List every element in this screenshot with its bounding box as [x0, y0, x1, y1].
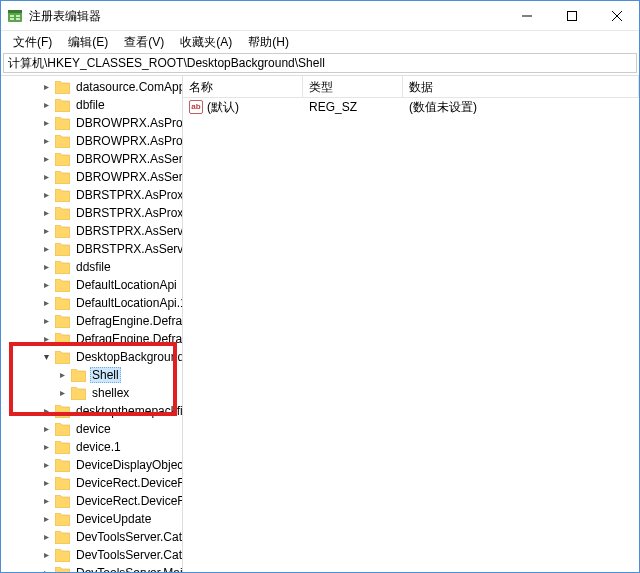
expand-icon[interactable]: ▸: [41, 208, 52, 219]
expand-icon[interactable]: ▸: [41, 460, 52, 471]
tree-item[interactable]: ▸DBROWPRX.AsServer: [1, 150, 183, 168]
titlebar: 注册表编辑器: [1, 1, 639, 31]
expand-icon[interactable]: ▸: [41, 550, 52, 561]
expand-icon[interactable]: ▸: [41, 532, 52, 543]
folder-icon: [55, 333, 70, 346]
folder-icon: [55, 243, 70, 256]
col-name[interactable]: 名称: [183, 76, 303, 97]
tree-item-label: DBRSTPRX.AsProxy.1: [74, 206, 183, 220]
expand-icon[interactable]: ▸: [41, 316, 52, 327]
tree-item[interactable]: ▸desktopthemepackfil: [1, 402, 183, 420]
expand-icon[interactable]: ▸: [41, 334, 52, 345]
tree-item[interactable]: ▸DBROWPRX.AsProxy.: [1, 132, 183, 150]
tree-item-label: DevToolsServer.Categ: [74, 530, 183, 544]
tree-item[interactable]: ▸DeviceRect.DeviceRec: [1, 474, 183, 492]
tree-item-label: datasource.ComApp: [74, 80, 183, 94]
tree-item[interactable]: ▸dbfile: [1, 96, 183, 114]
expand-icon[interactable]: ▸: [41, 424, 52, 435]
expand-icon[interactable]: ▸: [41, 172, 52, 183]
tree-item[interactable]: ▸DBRSTPRX.AsProxy: [1, 186, 183, 204]
tree-item[interactable]: ▸DBRSTPRX.AsProxy.1: [1, 204, 183, 222]
col-type[interactable]: 类型: [303, 76, 403, 97]
close-button[interactable]: [594, 1, 639, 30]
tree-item[interactable]: ▸DBROWPRX.AsProxy: [1, 114, 183, 132]
tree-item[interactable]: ▸DeviceDisplayObject: [1, 456, 183, 474]
expand-icon[interactable]: ▸: [57, 370, 68, 381]
tree-item-label: Shell: [90, 367, 121, 383]
expand-icon[interactable]: ▸: [41, 262, 52, 273]
tree-item[interactable]: ▸DevToolsServer.Main: [1, 564, 183, 572]
tree-item[interactable]: ▸DefragEngine.Defrag: [1, 330, 183, 348]
expand-icon[interactable]: ▸: [41, 442, 52, 453]
folder-icon: [55, 423, 70, 436]
svg-rect-3: [10, 18, 14, 20]
menu-favorites[interactable]: 收藏夹(A): [172, 32, 240, 53]
expand-icon[interactable]: ▸: [41, 154, 52, 165]
tree-item[interactable]: ▸DBROWPRX.AsServer: [1, 168, 183, 186]
address-bar[interactable]: 计算机\HKEY_CLASSES_ROOT\DesktopBackground\…: [3, 53, 637, 73]
expand-icon[interactable]: ▸: [41, 244, 52, 255]
tree-item-label: DBROWPRX.AsProxy: [74, 116, 183, 130]
tree-item[interactable]: ▸DefragEngine.Defrag: [1, 312, 183, 330]
maximize-button[interactable]: [549, 1, 594, 30]
expand-icon[interactable]: ▸: [41, 190, 52, 201]
tree-item-label: DesktopBackground: [74, 350, 183, 364]
folder-icon: [55, 405, 70, 418]
menu-file[interactable]: 文件(F): [5, 32, 60, 53]
tree-item[interactable]: ▸DeviceUpdate: [1, 510, 183, 528]
minimize-button[interactable]: [504, 1, 549, 30]
window-controls: [504, 1, 639, 30]
tree-item-label: DevToolsServer.Main: [74, 566, 183, 572]
tree-item-label: shellex: [90, 386, 131, 400]
tree-item[interactable]: ▸DefaultLocationApi.1: [1, 294, 183, 312]
menu-help[interactable]: 帮助(H): [240, 32, 297, 53]
tree-item[interactable]: ▸device.1: [1, 438, 183, 456]
expand-icon[interactable]: ▸: [41, 82, 52, 93]
expand-icon[interactable]: ▸: [41, 496, 52, 507]
expand-icon[interactable]: ▸: [41, 568, 52, 573]
tree-item[interactable]: ▸DBRSTPRX.AsServer: [1, 222, 183, 240]
expand-icon[interactable]: ▸: [41, 478, 52, 489]
list-pane: 名称 类型 数据 ab (默认) REG_SZ (数值未设置): [183, 76, 639, 572]
expand-icon[interactable]: ▸: [41, 136, 52, 147]
expand-icon[interactable]: ▸: [41, 298, 52, 309]
tree-item-label: DBRSTPRX.AsServer.1: [74, 242, 183, 256]
svg-rect-2: [10, 15, 14, 17]
menubar: 文件(F) 编辑(E) 查看(V) 收藏夹(A) 帮助(H): [1, 31, 639, 53]
tree-item[interactable]: ▸DeviceRect.DeviceRec: [1, 492, 183, 510]
folder-icon: [71, 387, 86, 400]
tree-item[interactable]: ▸datasource.ComApp: [1, 78, 183, 96]
tree-scroll[interactable]: ▸datasource.ComApp▸dbfile▸DBROWPRX.AsPro…: [1, 76, 183, 572]
tree-item[interactable]: ▸DevToolsServer.Categ: [1, 546, 183, 564]
value-row[interactable]: ab (默认) REG_SZ (数值未设置): [183, 98, 639, 116]
tree-item[interactable]: ▸DevToolsServer.Categ: [1, 528, 183, 546]
window-title: 注册表编辑器: [29, 1, 504, 31]
tree-item-label: DBROWPRX.AsServer: [74, 152, 183, 166]
expand-icon[interactable]: ▸: [41, 118, 52, 129]
folder-icon: [55, 135, 70, 148]
tree-item-label: DeviceRect.DeviceRec: [74, 476, 183, 490]
tree-item[interactable]: ▸Shell: [1, 366, 183, 384]
expand-icon[interactable]: ▸: [57, 388, 68, 399]
list-body: ab (默认) REG_SZ (数值未设置): [183, 98, 639, 572]
tree-item[interactable]: ▾DesktopBackground: [1, 348, 183, 366]
collapse-icon[interactable]: ▾: [41, 352, 52, 363]
value-name: (默认): [207, 99, 239, 116]
col-data[interactable]: 数据: [403, 76, 639, 97]
tree-item-label: device.1: [74, 440, 123, 454]
expand-icon[interactable]: ▸: [41, 280, 52, 291]
menu-view[interactable]: 查看(V): [116, 32, 172, 53]
menu-edit[interactable]: 编辑(E): [60, 32, 116, 53]
expand-icon[interactable]: ▸: [41, 406, 52, 417]
tree-item[interactable]: ▸DefaultLocationApi: [1, 276, 183, 294]
tree-item[interactable]: ▸device: [1, 420, 183, 438]
tree-item[interactable]: ▸DBRSTPRX.AsServer.1: [1, 240, 183, 258]
expand-icon[interactable]: ▸: [41, 100, 52, 111]
expand-icon[interactable]: ▸: [41, 514, 52, 525]
tree-item-label: dbfile: [74, 98, 107, 112]
tree-item[interactable]: ▸ddsfile: [1, 258, 183, 276]
expand-icon[interactable]: ▸: [41, 226, 52, 237]
tree-item-label: DBRSTPRX.AsProxy: [74, 188, 183, 202]
folder-icon: [55, 297, 70, 310]
tree-item[interactable]: ▸shellex: [1, 384, 183, 402]
